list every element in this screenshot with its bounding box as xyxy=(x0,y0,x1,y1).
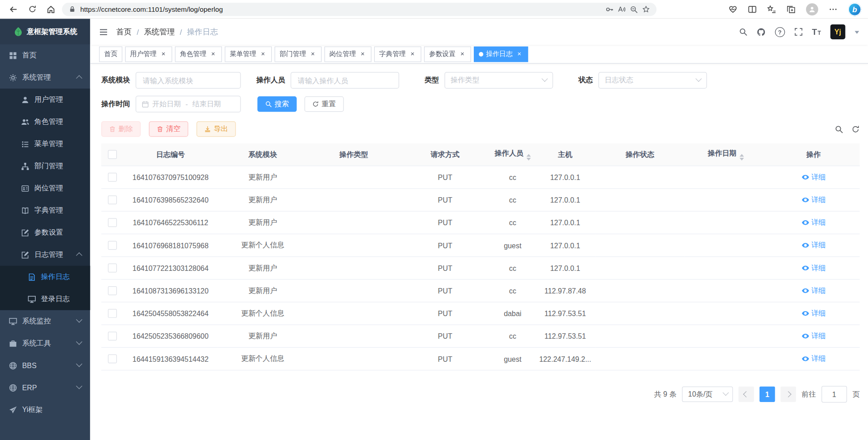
sidebar-item-operlog[interactable]: 操作日志 xyxy=(0,266,90,288)
sidebar-item-yi[interactable]: Yi框架 xyxy=(0,399,90,421)
search-button[interactable]: 搜索 xyxy=(257,96,297,112)
row-checkbox[interactable] xyxy=(108,241,117,250)
sidebar-item-home[interactable]: 首页 xyxy=(0,44,90,66)
close-icon[interactable] xyxy=(409,50,416,58)
zoom-out-icon[interactable] xyxy=(630,5,637,13)
profile-avatar[interactable] xyxy=(806,3,818,15)
sidebar-item-role-mgmt[interactable]: 角色管理 xyxy=(0,111,90,133)
tab-dept-mgmt[interactable]: 部门管理 xyxy=(274,46,321,62)
detail-link[interactable]: 详细 xyxy=(801,331,826,341)
detail-link[interactable]: 详细 xyxy=(801,218,826,227)
refresh-list-icon[interactable] xyxy=(851,125,859,133)
sidebar-group-system[interactable]: 系统管理 xyxy=(0,66,90,89)
sidebar-item-dict-mgmt[interactable]: 字典管理 xyxy=(0,199,90,222)
row-checkbox[interactable] xyxy=(108,332,117,341)
sidebar-group-monitor[interactable]: 系统监控 xyxy=(0,310,90,332)
close-icon[interactable] xyxy=(259,50,267,58)
fullscreen-icon[interactable] xyxy=(794,28,802,36)
user-avatar[interactable]: Yj xyxy=(830,24,845,39)
export-button[interactable]: 导出 xyxy=(197,121,236,137)
sidebar-item-menu-mgmt[interactable]: 菜单管理 xyxy=(0,133,90,155)
tab-dict-mgmt[interactable]: 字典管理 xyxy=(374,46,421,62)
sidebar-item-dept-mgmt[interactable]: 部门管理 xyxy=(0,155,90,177)
detail-link[interactable]: 详细 xyxy=(801,172,826,182)
operator-filter-input[interactable] xyxy=(291,72,399,89)
close-icon[interactable] xyxy=(515,50,523,58)
tab-menu-mgmt[interactable]: 菜单管理 xyxy=(225,46,272,62)
sidebar-item-post-mgmt[interactable]: 岗位管理 xyxy=(0,177,90,199)
tab-user-mgmt[interactable]: 用户管理 xyxy=(125,46,172,62)
sidebar-group-erp[interactable]: ERP xyxy=(0,377,90,399)
page-size-select[interactable]: 10条/页 xyxy=(682,387,733,402)
close-icon[interactable] xyxy=(359,50,366,58)
row-checkbox[interactable] xyxy=(108,173,117,182)
hamburger-icon[interactable] xyxy=(99,28,108,37)
bing-copilot-icon[interactable] xyxy=(848,3,861,16)
help-icon[interactable] xyxy=(775,27,785,37)
date-range-picker[interactable]: 开始日期 - 结束日期 xyxy=(136,96,241,113)
reset-button[interactable]: 重置 xyxy=(304,96,344,112)
next-page-button[interactable] xyxy=(781,387,796,402)
detail-link[interactable]: 详细 xyxy=(801,308,826,318)
sidebar-group-log-mgmt[interactable]: 日志管理 xyxy=(0,244,90,266)
sort-icons[interactable] xyxy=(739,154,744,161)
tab-role-mgmt[interactable]: 角色管理 xyxy=(175,46,222,62)
app-logo[interactable]: 意框架管理系统 xyxy=(0,19,90,44)
col-header-operator[interactable]: 操作人员 xyxy=(491,143,535,166)
breadcrumb-system[interactable]: 系统管理 xyxy=(144,27,175,37)
close-icon[interactable] xyxy=(209,50,217,58)
home-button[interactable] xyxy=(43,2,59,16)
row-checkbox[interactable] xyxy=(108,286,117,295)
col-header-date[interactable]: 操作日期 xyxy=(684,143,767,166)
sidebar-item-param-settings[interactable]: 参数设置 xyxy=(0,222,90,244)
status-select[interactable]: 日志状态 xyxy=(599,72,707,89)
add-favorite-icon[interactable] xyxy=(642,5,650,13)
type-select[interactable]: 操作类型 xyxy=(444,72,553,89)
prev-page-button[interactable] xyxy=(738,387,754,402)
url-text[interactable]: https://ccnetcore.com:1101/system/log/op… xyxy=(80,5,601,13)
select-all-checkbox[interactable] xyxy=(108,150,117,159)
sidebar-group-tools[interactable]: 系统工具 xyxy=(0,332,90,355)
tab-home[interactable]: 首页 xyxy=(99,46,122,62)
toggle-search-icon[interactable] xyxy=(835,125,843,133)
close-icon[interactable] xyxy=(458,50,466,58)
tab-operlog-active[interactable]: 操作日志 xyxy=(474,46,528,62)
row-checkbox[interactable] xyxy=(108,309,117,318)
detail-link[interactable]: 详细 xyxy=(801,194,826,204)
detail-link[interactable]: 详细 xyxy=(801,263,826,273)
page-number-button[interactable]: 1 xyxy=(760,387,775,402)
settings-menu-icon[interactable] xyxy=(829,5,838,14)
browser-essentials-icon[interactable] xyxy=(728,5,737,14)
detail-link[interactable]: 详细 xyxy=(801,354,826,364)
favorites-bar-icon[interactable] xyxy=(767,5,776,14)
close-icon[interactable] xyxy=(160,50,167,58)
sidebar-item-loginlog[interactable]: 登录日志 xyxy=(0,288,90,310)
tab-post-mgmt[interactable]: 岗位管理 xyxy=(325,46,372,62)
detail-link[interactable]: 详细 xyxy=(801,285,826,295)
read-aloud-icon[interactable] xyxy=(618,5,626,13)
caret-down-icon[interactable] xyxy=(855,31,859,36)
font-size-icon[interactable] xyxy=(812,27,821,37)
close-icon[interactable] xyxy=(309,50,316,58)
sidebar-item-user-mgmt[interactable]: 用户管理 xyxy=(0,89,90,111)
sidebar-group-bbs[interactable]: BBS xyxy=(0,355,90,377)
address-bar[interactable]: https://ccnetcore.com:1101/system/log/op… xyxy=(62,3,656,16)
clear-button[interactable]: 清空 xyxy=(149,121,188,137)
delete-button[interactable]: 删除 xyxy=(101,121,141,137)
password-key-icon[interactable] xyxy=(606,5,613,13)
row-checkbox[interactable] xyxy=(108,196,117,205)
module-filter-input[interactable] xyxy=(136,72,241,89)
sort-icons[interactable] xyxy=(526,154,531,161)
row-checkbox[interactable] xyxy=(108,264,117,273)
detail-link[interactable]: 详细 xyxy=(801,240,826,250)
collections-icon[interactable] xyxy=(787,5,796,14)
search-icon[interactable] xyxy=(739,28,747,36)
breadcrumb-home[interactable]: 首页 xyxy=(116,27,132,37)
github-icon[interactable] xyxy=(757,28,766,37)
back-button[interactable] xyxy=(5,2,21,16)
row-checkbox[interactable] xyxy=(108,355,117,364)
refresh-button[interactable] xyxy=(24,2,40,16)
tab-param-settings[interactable]: 参数设置 xyxy=(424,46,471,62)
goto-page-input[interactable] xyxy=(821,386,847,402)
split-screen-icon[interactable] xyxy=(748,5,757,14)
